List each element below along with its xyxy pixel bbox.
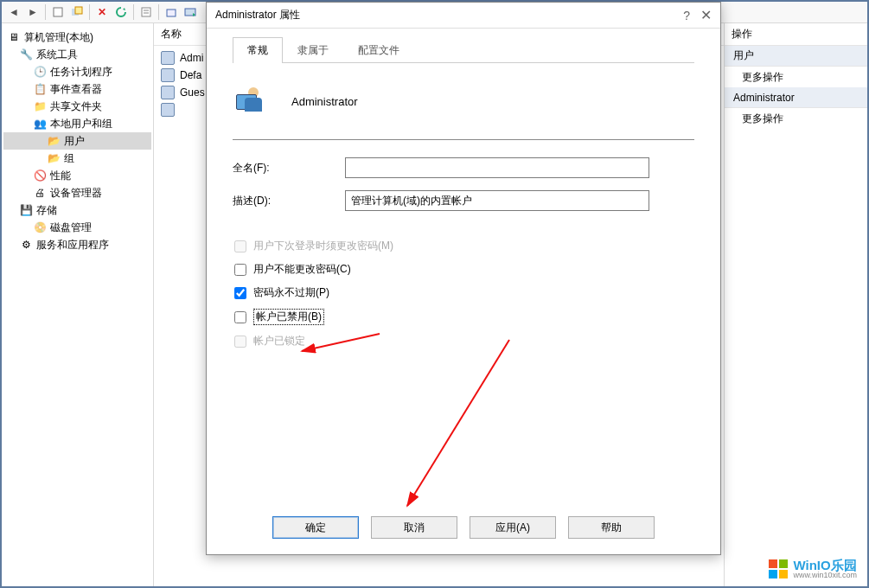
tree-root[interactable]: 🖥算机管理(本地)	[3, 29, 151, 46]
check-disabled[interactable]: 帐户已禁用(B)	[234, 309, 694, 325]
dialog-buttons: 确定 取消 应用(A) 帮助	[207, 516, 720, 539]
delete-icon[interactable]: ✕	[93, 3, 111, 21]
svg-rect-6	[167, 10, 176, 16]
check-neverexpire[interactable]: 密码永不过期(P)	[234, 285, 694, 300]
actions-section-users: 用户	[725, 46, 867, 67]
check-cantchange-box[interactable]	[234, 264, 246, 276]
svg-line-9	[407, 340, 509, 506]
overlay-icon[interactable]	[68, 3, 86, 21]
check-mustchange: 用户下次登录时须更改密码(M)	[234, 239, 694, 253]
check-neverexpire-box[interactable]	[234, 287, 246, 299]
desc-input[interactable]	[345, 190, 649, 211]
user-icon	[161, 103, 175, 117]
actions-panel: 操作 用户 更多操作 Administrator 更多操作	[725, 23, 867, 586]
close-icon[interactable]: ✕	[700, 7, 712, 23]
svg-rect-2	[75, 7, 82, 14]
check-locked: 帐户已锁定	[234, 334, 694, 348]
actions-more-2[interactable]: 更多操作	[725, 108, 867, 129]
tab-profile[interactable]: 配置文件	[343, 37, 414, 63]
check-cantchange[interactable]: 用户不能更改密码(C)	[234, 262, 694, 277]
user-icon	[161, 86, 175, 99]
check-mustchange-box	[234, 240, 246, 252]
fullname-input[interactable]	[345, 157, 649, 178]
export-icon[interactable]	[163, 3, 180, 21]
dialog-tabs: 常规 隶属于 配置文件	[233, 37, 694, 63]
check-locked-box	[234, 336, 246, 348]
help-icon[interactable]: ?	[683, 9, 690, 22]
tree-systools[interactable]: 🔧系统工具	[3, 46, 151, 63]
view-icon[interactable]	[182, 3, 199, 21]
tree-perf[interactable]: 🚫性能	[3, 167, 151, 184]
tree-sharedfolders[interactable]: 📁共享文件夹	[3, 98, 151, 115]
tree-eventviewer[interactable]: 📋事件查看器	[3, 80, 151, 98]
actions-header: 操作	[725, 23, 867, 46]
nav-tree: 🖥算机管理(本地) 🔧系统工具 🕒任务计划程序 📋事件查看器 📁共享文件夹 👥本…	[2, 23, 154, 586]
svg-rect-3	[142, 8, 150, 16]
svg-rect-0	[54, 8, 62, 16]
tree-diskmgr[interactable]: 📀磁盘管理	[3, 219, 151, 236]
user-avatar-icon	[236, 84, 271, 118]
user-heading: Administrator	[291, 95, 358, 108]
actions-section-admin: Administrator	[725, 87, 867, 108]
windows-logo-icon	[769, 559, 788, 578]
ok-button[interactable]: 确定	[272, 516, 359, 539]
tree-scheduler[interactable]: 🕒任务计划程序	[3, 63, 151, 80]
actions-more-1[interactable]: 更多操作	[725, 67, 867, 87]
cancel-button[interactable]: 取消	[371, 516, 457, 539]
dialog-title: Administrator 属性	[215, 8, 300, 22]
check-disabled-box[interactable]	[234, 311, 246, 323]
dialog-titlebar[interactable]: Administrator 属性 ? ✕	[207, 3, 720, 29]
refresh-icon[interactable]	[112, 3, 130, 21]
desc-label: 描述(D):	[233, 194, 345, 208]
prop-icon[interactable]	[137, 3, 155, 21]
tree-storage[interactable]: 💾存储	[3, 201, 151, 219]
apply-button[interactable]: 应用(A)	[470, 516, 556, 539]
new-icon[interactable]	[49, 3, 67, 21]
nav-fwd-icon[interactable]: ►	[24, 3, 42, 21]
tree-groups[interactable]: 📂组	[3, 150, 151, 167]
tree-services[interactable]: ⚙服务和应用程序	[3, 236, 151, 253]
nav-back-icon[interactable]: ◄	[5, 3, 22, 21]
tree-devmgr[interactable]: 🖨设备管理器	[3, 184, 151, 201]
tree-localusers[interactable]: 👥本地用户和组	[3, 115, 151, 132]
user-icon	[161, 68, 175, 82]
divider	[233, 139, 694, 140]
properties-dialog: Administrator 属性 ? ✕ 常规 隶属于 配置文件 Adminis…	[206, 2, 721, 555]
watermark: WinIO乐园 www.win10xit.com	[769, 559, 857, 579]
tree-users[interactable]: 📂用户	[3, 132, 151, 150]
fullname-label: 全名(F):	[233, 161, 345, 176]
tab-memberof[interactable]: 隶属于	[283, 37, 343, 63]
user-icon	[161, 51, 175, 65]
help-button[interactable]: 帮助	[568, 516, 655, 539]
tab-general[interactable]: 常规	[233, 37, 283, 63]
